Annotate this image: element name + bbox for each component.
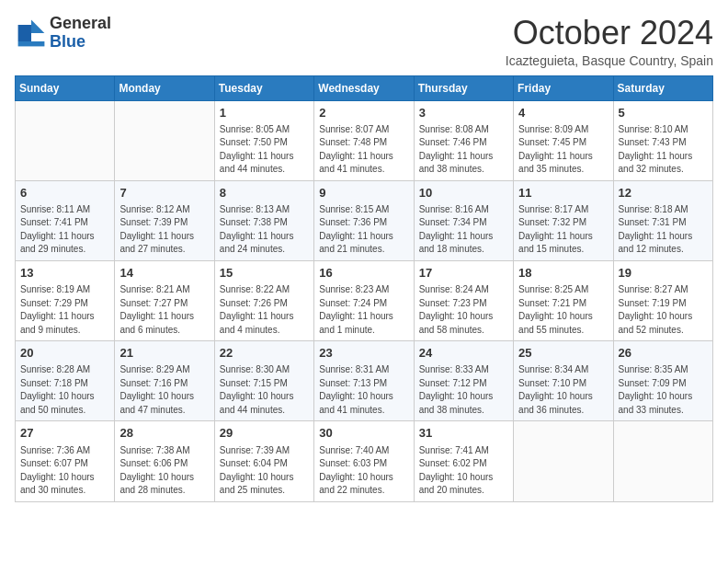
day-number: 31: [419, 425, 508, 442]
day-info: Sunrise: 8:23 AMSunset: 7:24 PMDaylight:…: [319, 283, 408, 337]
calendar-cell: 18Sunrise: 8:25 AMSunset: 7:21 PMDayligh…: [514, 260, 613, 340]
day-info: Sunrise: 8:12 AMSunset: 7:39 PMDaylight:…: [119, 203, 209, 257]
calendar-cell: 23Sunrise: 8:31 AMSunset: 7:13 PMDayligh…: [314, 341, 414, 421]
calendar-cell: 5Sunrise: 8:10 AMSunset: 7:43 PMDaylight…: [613, 100, 712, 180]
day-number: 21: [119, 345, 209, 362]
location-label: Icazteguieta, Basque Country, Spain: [506, 53, 713, 68]
calendar-cell: 15Sunrise: 8:22 AMSunset: 7:26 PMDayligh…: [214, 260, 313, 340]
day-info: Sunrise: 8:33 AMSunset: 7:12 PMDaylight:…: [419, 363, 508, 417]
day-number: 30: [319, 425, 408, 442]
calendar-cell: 12Sunrise: 8:18 AMSunset: 7:31 PMDayligh…: [613, 180, 712, 260]
day-info: Sunrise: 7:38 AMSunset: 6:06 PMDaylight:…: [119, 444, 209, 498]
calendar-cell: 3Sunrise: 8:08 AMSunset: 7:46 PMDaylight…: [414, 100, 513, 180]
day-number: 3: [419, 105, 508, 121]
calendar-week-1: 1Sunrise: 8:05 AMSunset: 7:50 PMDaylight…: [16, 100, 713, 180]
day-number: 23: [319, 345, 408, 362]
day-info: Sunrise: 7:40 AMSunset: 6:03 PMDaylight:…: [319, 444, 408, 498]
calendar-cell: 19Sunrise: 8:27 AMSunset: 7:19 PMDayligh…: [613, 260, 712, 340]
calendar-cell: 29Sunrise: 7:39 AMSunset: 6:04 PMDayligh…: [214, 421, 313, 501]
day-info: Sunrise: 8:10 AMSunset: 7:43 PMDaylight:…: [619, 123, 708, 177]
day-info: Sunrise: 7:39 AMSunset: 6:04 PMDaylight:…: [220, 444, 309, 498]
day-number: 4: [518, 105, 608, 121]
calendar-cell: 30Sunrise: 7:40 AMSunset: 6:03 PMDayligh…: [314, 421, 414, 501]
column-header-friday: Friday: [514, 75, 613, 100]
calendar-cell: [115, 100, 214, 180]
day-number: 25: [518, 345, 608, 362]
day-info: Sunrise: 8:27 AMSunset: 7:19 PMDaylight:…: [619, 283, 708, 337]
day-info: Sunrise: 7:36 AMSunset: 6:07 PMDaylight:…: [20, 444, 109, 498]
column-header-sunday: Sunday: [16, 75, 115, 100]
calendar-cell: 31Sunrise: 7:41 AMSunset: 6:02 PMDayligh…: [414, 421, 513, 501]
calendar-week-5: 27Sunrise: 7:36 AMSunset: 6:07 PMDayligh…: [16, 421, 713, 501]
day-info: Sunrise: 8:17 AMSunset: 7:32 PMDaylight:…: [518, 203, 608, 257]
calendar-table: SundayMondayTuesdayWednesdayThursdayFrid…: [15, 75, 713, 502]
calendar-cell: [514, 421, 613, 501]
calendar-cell: 9Sunrise: 8:15 AMSunset: 7:36 PMDaylight…: [314, 180, 414, 260]
day-info: Sunrise: 8:16 AMSunset: 7:34 PMDaylight:…: [419, 203, 508, 257]
day-number: 26: [619, 345, 708, 362]
logo-icon: [15, 17, 48, 50]
day-number: 10: [419, 185, 508, 201]
day-info: Sunrise: 8:09 AMSunset: 7:45 PMDaylight:…: [518, 123, 608, 177]
day-number: 14: [119, 265, 209, 282]
calendar-cell: 13Sunrise: 8:19 AMSunset: 7:29 PMDayligh…: [16, 260, 115, 340]
day-number: 22: [220, 345, 309, 362]
day-number: 20: [20, 345, 109, 362]
svg-rect-3: [18, 41, 45, 46]
calendar-cell: 25Sunrise: 8:34 AMSunset: 7:10 PMDayligh…: [514, 341, 613, 421]
day-number: 19: [619, 265, 708, 282]
day-info: Sunrise: 8:11 AMSunset: 7:41 PMDaylight:…: [20, 203, 109, 257]
column-header-wednesday: Wednesday: [314, 75, 414, 100]
month-title: October 2024: [506, 15, 713, 52]
day-number: 28: [119, 425, 209, 442]
calendar-cell: [16, 100, 115, 180]
svg-rect-2: [18, 25, 31, 41]
day-info: Sunrise: 8:28 AMSunset: 7:18 PMDaylight:…: [20, 363, 109, 417]
calendar-header-row: SundayMondayTuesdayWednesdayThursdayFrid…: [16, 75, 713, 100]
calendar-cell: 4Sunrise: 8:09 AMSunset: 7:45 PMDaylight…: [514, 100, 613, 180]
calendar-cell: 14Sunrise: 8:21 AMSunset: 7:27 PMDayligh…: [115, 260, 214, 340]
day-number: 6: [20, 185, 109, 201]
calendar-cell: 20Sunrise: 8:28 AMSunset: 7:18 PMDayligh…: [16, 341, 115, 421]
calendar-cell: 26Sunrise: 8:35 AMSunset: 7:09 PMDayligh…: [613, 341, 712, 421]
day-number: 15: [220, 265, 309, 282]
day-info: Sunrise: 8:30 AMSunset: 7:15 PMDaylight:…: [220, 363, 309, 417]
day-number: 29: [220, 425, 309, 442]
logo: General Blue: [15, 15, 111, 52]
calendar-cell: 7Sunrise: 8:12 AMSunset: 7:39 PMDaylight…: [115, 180, 214, 260]
day-info: Sunrise: 8:31 AMSunset: 7:13 PMDaylight:…: [319, 363, 408, 417]
logo-line2: Blue: [50, 32, 85, 51]
day-number: 2: [319, 105, 408, 121]
calendar-cell: 11Sunrise: 8:17 AMSunset: 7:32 PMDayligh…: [514, 180, 613, 260]
day-number: 13: [20, 265, 109, 282]
calendar-cell: 28Sunrise: 7:38 AMSunset: 6:06 PMDayligh…: [115, 421, 214, 501]
day-info: Sunrise: 8:35 AMSunset: 7:09 PMDaylight:…: [619, 363, 708, 417]
calendar-cell: 27Sunrise: 7:36 AMSunset: 6:07 PMDayligh…: [16, 421, 115, 501]
calendar-week-4: 20Sunrise: 8:28 AMSunset: 7:18 PMDayligh…: [16, 341, 713, 421]
calendar-cell: 24Sunrise: 8:33 AMSunset: 7:12 PMDayligh…: [414, 341, 513, 421]
calendar-cell: 22Sunrise: 8:30 AMSunset: 7:15 PMDayligh…: [214, 341, 313, 421]
calendar-cell: 8Sunrise: 8:13 AMSunset: 7:38 PMDaylight…: [214, 180, 313, 260]
day-info: Sunrise: 8:24 AMSunset: 7:23 PMDaylight:…: [419, 283, 508, 337]
calendar-cell: 6Sunrise: 8:11 AMSunset: 7:41 PMDaylight…: [16, 180, 115, 260]
day-info: Sunrise: 8:05 AMSunset: 7:50 PMDaylight:…: [220, 123, 309, 177]
day-info: Sunrise: 7:41 AMSunset: 6:02 PMDaylight:…: [419, 444, 508, 498]
day-number: 11: [518, 185, 608, 201]
day-info: Sunrise: 8:19 AMSunset: 7:29 PMDaylight:…: [20, 283, 109, 337]
calendar-week-2: 6Sunrise: 8:11 AMSunset: 7:41 PMDaylight…: [16, 180, 713, 260]
day-number: 5: [619, 105, 708, 121]
calendar-cell: 17Sunrise: 8:24 AMSunset: 7:23 PMDayligh…: [414, 260, 513, 340]
day-info: Sunrise: 8:08 AMSunset: 7:46 PMDaylight:…: [419, 123, 508, 177]
calendar-cell: 10Sunrise: 8:16 AMSunset: 7:34 PMDayligh…: [414, 180, 513, 260]
day-number: 17: [419, 265, 508, 282]
calendar-cell: 21Sunrise: 8:29 AMSunset: 7:16 PMDayligh…: [115, 341, 214, 421]
calendar-cell: 1Sunrise: 8:05 AMSunset: 7:50 PMDaylight…: [214, 100, 313, 180]
day-info: Sunrise: 8:07 AMSunset: 7:48 PMDaylight:…: [319, 123, 408, 177]
day-info: Sunrise: 8:15 AMSunset: 7:36 PMDaylight:…: [319, 203, 408, 257]
calendar-cell: 16Sunrise: 8:23 AMSunset: 7:24 PMDayligh…: [314, 260, 414, 340]
calendar-week-3: 13Sunrise: 8:19 AMSunset: 7:29 PMDayligh…: [16, 260, 713, 340]
column-header-thursday: Thursday: [414, 75, 513, 100]
day-number: 12: [619, 185, 708, 201]
day-info: Sunrise: 8:25 AMSunset: 7:21 PMDaylight:…: [518, 283, 608, 337]
column-header-saturday: Saturday: [613, 75, 712, 100]
